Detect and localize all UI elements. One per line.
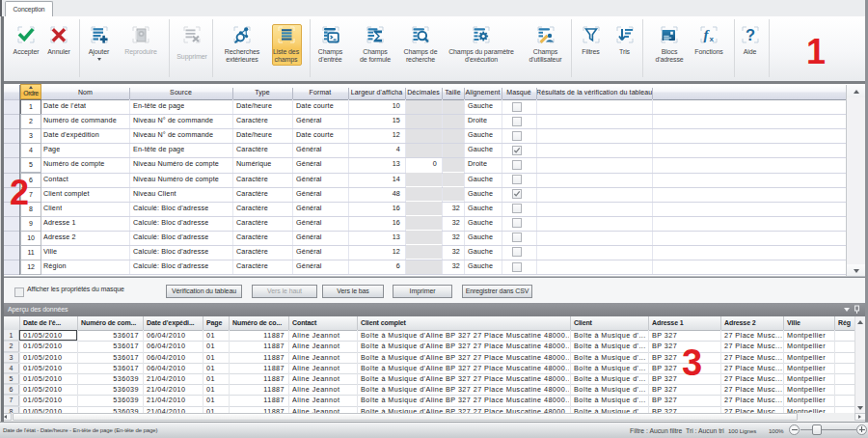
- svg-text:x: x: [710, 35, 715, 43]
- svg-text:?: ?: [746, 26, 755, 43]
